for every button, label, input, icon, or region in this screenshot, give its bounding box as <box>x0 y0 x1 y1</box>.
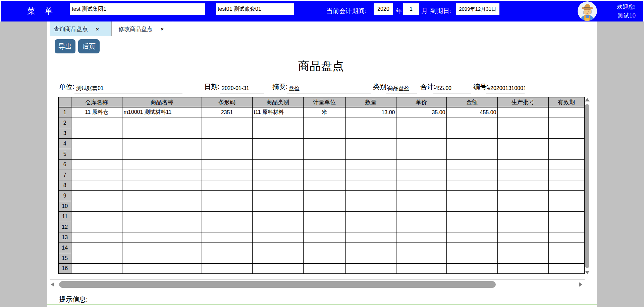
grid-cell[interactable] <box>345 180 396 190</box>
grid-cell[interactable] <box>345 253 396 263</box>
grid-cell[interactable] <box>396 138 446 149</box>
grid-cell[interactable] <box>202 138 252 149</box>
grid-cell[interactable] <box>446 180 497 190</box>
grid-cell[interactable] <box>202 253 252 263</box>
grid-cell[interactable] <box>497 159 548 170</box>
grid-cell[interactable] <box>303 201 345 211</box>
month-input[interactable] <box>403 3 419 15</box>
grid-cell[interactable] <box>446 263 497 274</box>
grid-cell[interactable] <box>252 170 303 180</box>
grid-cell[interactable]: 米 <box>303 107 345 118</box>
grid-cell[interactable]: 13.00 <box>345 107 396 118</box>
grid-cell[interactable] <box>396 263 446 274</box>
grid-cell[interactable] <box>345 128 396 138</box>
grid-cell[interactable] <box>202 263 252 274</box>
grid-cell[interactable] <box>548 232 584 243</box>
grid-cell[interactable] <box>122 118 202 128</box>
arrow-left-icon[interactable] <box>51 282 54 287</box>
grid-cell[interactable] <box>345 190 396 201</box>
grid-cell[interactable] <box>548 243 584 253</box>
grid-cell[interactable] <box>446 232 497 243</box>
grid-cell[interactable] <box>396 190 446 201</box>
grid-cell[interactable] <box>252 201 303 211</box>
grid-cell[interactable] <box>497 263 548 274</box>
grid-cell[interactable] <box>345 118 396 128</box>
grid-cell[interactable] <box>71 138 122 149</box>
grid-cell[interactable] <box>446 211 497 222</box>
grid-cell[interactable] <box>345 159 396 170</box>
group-input[interactable] <box>70 3 205 15</box>
grid-cell[interactable]: 2351 <box>202 107 252 118</box>
grid-cell[interactable] <box>497 211 548 222</box>
grid-cell[interactable] <box>446 222 497 232</box>
grid-cell[interactable] <box>122 263 202 274</box>
grid-cell[interactable] <box>345 138 396 149</box>
grid-cell[interactable] <box>497 118 548 128</box>
grid-cell[interactable] <box>252 253 303 263</box>
grid-cell[interactable] <box>446 159 497 170</box>
grid-cell[interactable] <box>345 149 396 159</box>
grid-cell[interactable] <box>122 180 202 190</box>
grid-cell[interactable] <box>548 180 584 190</box>
grid-cell[interactable] <box>122 128 202 138</box>
arrow-up-icon[interactable] <box>585 98 590 101</box>
grid-cell[interactable] <box>303 118 345 128</box>
arrow-down-icon[interactable] <box>585 271 590 274</box>
horizontal-scroll-thumb[interactable] <box>59 281 496 288</box>
grid-cell[interactable] <box>122 211 202 222</box>
grid-cell[interactable] <box>497 180 548 190</box>
grid-cell[interactable] <box>497 201 548 211</box>
grid-cell[interactable] <box>446 243 497 253</box>
grid-cell[interactable] <box>71 159 122 170</box>
arrow-right-icon[interactable] <box>579 282 582 287</box>
grid-cell[interactable] <box>252 211 303 222</box>
grid-cell[interactable] <box>446 201 497 211</box>
grid-cell[interactable] <box>252 190 303 201</box>
grid-cell[interactable] <box>548 138 584 149</box>
grid-cell[interactable] <box>345 211 396 222</box>
grid-cell[interactable]: 455.00 <box>446 107 497 118</box>
grid-cell[interactable] <box>122 170 202 180</box>
grid-cell[interactable] <box>71 180 122 190</box>
grid-cell[interactable] <box>303 180 345 190</box>
grid-cell[interactable] <box>202 232 252 243</box>
grid-cell[interactable] <box>548 128 584 138</box>
vertical-scroll-thumb[interactable] <box>585 104 589 268</box>
grid-cell[interactable] <box>71 211 122 222</box>
grid-cell[interactable] <box>71 263 122 274</box>
grid-cell[interactable] <box>71 201 122 211</box>
grid-cell[interactable] <box>202 190 252 201</box>
grid-cell[interactable] <box>202 243 252 253</box>
grid-cell[interactable]: t11 原料材料 <box>252 107 303 118</box>
grid-cell[interactable] <box>303 170 345 180</box>
grid-cell[interactable] <box>252 118 303 128</box>
grid-cell[interactable] <box>202 118 252 128</box>
export-button[interactable]: 导出 <box>55 39 75 53</box>
grid-cell[interactable] <box>71 190 122 201</box>
grid-cell[interactable] <box>497 107 548 118</box>
grid-cell[interactable] <box>122 201 202 211</box>
grid-cell[interactable] <box>252 128 303 138</box>
grid-cell[interactable] <box>252 180 303 190</box>
grid-cell[interactable] <box>122 190 202 201</box>
grid-cell[interactable] <box>497 243 548 253</box>
grid-cell[interactable] <box>396 253 446 263</box>
grid-cell[interactable] <box>252 159 303 170</box>
grid-cell[interactable]: m10001 测试材料11 <box>122 107 202 118</box>
grid-cell[interactable]: 35.00 <box>396 107 446 118</box>
grid-cell[interactable] <box>548 159 584 170</box>
tab-query-inventory[interactable]: 查询商品盘点 × <box>50 21 111 36</box>
grid-cell[interactable] <box>303 253 345 263</box>
grid-cell[interactable] <box>303 232 345 243</box>
grid-cell[interactable] <box>497 190 548 201</box>
grid-cell[interactable] <box>396 128 446 138</box>
grid-cell[interactable] <box>202 180 252 190</box>
grid-cell[interactable] <box>345 243 396 253</box>
grid-cell[interactable] <box>303 263 345 274</box>
grid-cell[interactable] <box>122 159 202 170</box>
grid-cell[interactable] <box>396 222 446 232</box>
grid-cell[interactable] <box>252 149 303 159</box>
grid-cell[interactable] <box>396 201 446 211</box>
grid-cell[interactable] <box>71 253 122 263</box>
grid-cell[interactable] <box>252 222 303 232</box>
